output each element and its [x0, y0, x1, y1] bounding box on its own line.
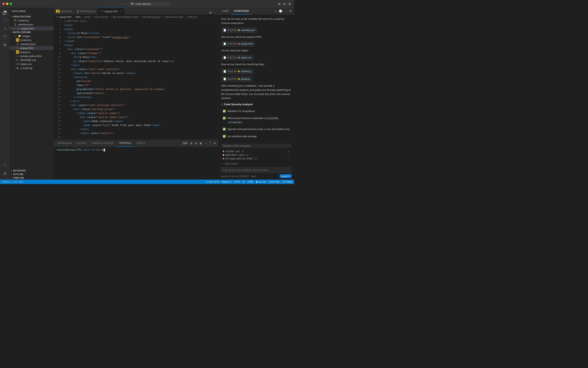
title-search[interactable]: 🔍 mute-chrome: [129, 2, 169, 6]
breadcrumb-item-body[interactable]: ◇ body: [83, 16, 90, 18]
sidebar-more-button[interactable]: ···: [48, 9, 51, 13]
add-context-row[interactable]: + + Add context: [221, 162, 292, 166]
sidebar-item-content-js-open[interactable]: JS content.js: [9, 18, 53, 22]
activity-extensions[interactable]: [1, 41, 9, 48]
sidebar-item-popup-js[interactable]: JS popup.js: [9, 50, 53, 54]
read-file-styles[interactable]: 📄 Read file styles.css: [221, 55, 253, 60]
read-file-manifest[interactable]: 📄 Read file manifest.json: [221, 28, 257, 33]
sidebar-item-content-js[interactable]: JS content.js: [9, 38, 53, 42]
line-num-3: 3: [53, 28, 61, 31]
sidebar-item-images[interactable]: ▸ 📁 images: [9, 34, 53, 38]
status-go-live[interactable]: ◉ Go Live: [256, 181, 266, 183]
tab-chat[interactable]: CHAT: [220, 8, 231, 15]
sidebar-item-manifest-open[interactable]: {} manifest.json: [9, 22, 53, 26]
breadcrumb-item-label-sw[interactable]: ◇ label.sw...: [186, 16, 199, 18]
tab-manifest-json[interactable]: {} manifest.json: [75, 8, 98, 15]
sidebar-item-popup-html[interactable]: </> popup.html: [9, 46, 53, 50]
status-ln-col[interactable]: Ln 46, Col 41: [206, 181, 219, 183]
tab-close-button[interactable]: ✕: [119, 9, 122, 13]
timeline-header[interactable]: ▸ Timeline: [9, 176, 53, 180]
outline-header[interactable]: ▸ Outline: [9, 172, 53, 176]
read-file-content-js[interactable]: 📄 Read file content.js: [221, 69, 253, 74]
terminal-maximize-button[interactable]: ⌃: [208, 141, 212, 145]
activity-debug[interactable]: [1, 33, 9, 40]
terminal-split-button[interactable]: ⊟: [194, 141, 198, 145]
read-file-popup-js[interactable]: 📄 Read file popup.js: [221, 76, 252, 82]
status-errors[interactable]: ⊘ 0: [19, 181, 23, 183]
terminal-more-button[interactable]: ···: [204, 141, 207, 145]
tab-popup-label: popup.html: [105, 10, 117, 13]
json-icon-2: {}: [16, 42, 19, 46]
warning-icon: ⚠: [13, 181, 15, 183]
tab-js-icon: JS: [56, 10, 60, 13]
terminal-trash-button[interactable]: 🗑: [199, 141, 203, 145]
status-git[interactable]: ⎇ 0 △ 0: [2, 181, 10, 183]
sidebar-item-manifest[interactable]: {} manifest.json: [9, 42, 53, 46]
breadcrumb-item-switch-label[interactable]: ◇ label.switch-label: [163, 16, 183, 18]
chat-more-button[interactable]: ···: [284, 9, 288, 13]
activity-account[interactable]: [1, 161, 9, 168]
breadcrumb-item-setting-group[interactable]: ◇ div.setting-group: [141, 16, 161, 18]
open-editors-header[interactable]: ▾ Open Editors: [9, 15, 53, 18]
submit-button[interactable]: submit ↵: [280, 174, 292, 178]
close-chat-button[interactable]: ✕: [289, 9, 292, 13]
settings-icon[interactable]: ⚙: [288, 2, 292, 6]
breadcrumb-item-popup[interactable]: </> popup.html: [56, 16, 71, 18]
tab-terminal[interactable]: Terminal: [116, 140, 134, 147]
new-terminal-button[interactable]: ⊞: [190, 141, 193, 145]
right-panel-content: First, let me look at the manifest file …: [218, 15, 294, 142]
status-prettier[interactable]: ✨ Prettier: [282, 181, 292, 183]
code-editor[interactable]: 1 2 3 4 5 6 7 8 9 10 11 12 13 14 15 16 1…: [53, 19, 218, 140]
maximize-button[interactable]: [9, 3, 12, 5]
status-encoding[interactable]: UTF-8: [234, 181, 240, 183]
read-file-popup-html[interactable]: 📄 Read file popup.html: [221, 41, 255, 46]
split-icon[interactable]: ⊟: [283, 2, 286, 6]
tab-popup-html[interactable]: </> popup.html ✕: [98, 8, 124, 15]
changed-stat-styles: 1/1: [241, 150, 244, 153]
close-button[interactable]: [2, 3, 5, 5]
sidebar-item-privacy-policy[interactable]: </> privacy-policy.html: [9, 54, 53, 58]
status-warnings[interactable]: ⚠ 0: [13, 181, 17, 183]
chat-history-button[interactable]: 🕐: [278, 9, 283, 13]
split-editor-button[interactable]: ⊟: [209, 10, 212, 15]
terminal-close-button[interactable]: ✕: [213, 141, 216, 145]
layout-icon[interactable]: ⊞: [277, 2, 281, 6]
sidebar-item-xmute-zip[interactable]: 🗜 x-mute.zip: [9, 66, 53, 70]
activity-git[interactable]: [1, 25, 9, 32]
close-icon[interactable]: ✕: [14, 28, 15, 30]
sidebar-item-styles[interactable]: CSS styles.css: [9, 62, 53, 66]
activity-files[interactable]: [1, 9, 9, 16]
breadcrumb-item-html[interactable]: ◇ html: [74, 16, 80, 18]
tab-content-js[interactable]: JS content.js: [53, 8, 75, 15]
code-line-7: <body>: [64, 43, 218, 47]
mute-chrome-header[interactable]: ▾ Mute-Chrome: [9, 30, 53, 34]
status-eol[interactable]: LF: [242, 181, 245, 183]
activity-settings-bottom[interactable]: [1, 170, 9, 177]
agent-input-field[interactable]: [223, 169, 289, 172]
tab-output[interactable]: Output: [74, 140, 89, 147]
back-button[interactable]: ‹: [121, 2, 123, 6]
chevron-down-icon: ▾: [11, 16, 12, 18]
minimize-button[interactable]: [6, 3, 9, 5]
sidebar-item-readme[interactable]: M↓ README.md: [9, 58, 53, 62]
status-language[interactable]: HTML: [247, 181, 253, 183]
add-chat-button[interactable]: +: [274, 9, 277, 13]
activity-search[interactable]: [1, 17, 9, 24]
status-spaces[interactable]: Spaces: 2: [222, 181, 232, 183]
breadcrumb-item-settings-section[interactable]: ◇ div.card.settings-section: [111, 16, 139, 18]
tab-debug-console[interactable]: Debug Console: [89, 140, 116, 147]
tab-problems[interactable]: Problems: [55, 140, 74, 147]
sidebar-item-popup-open[interactable]: ✕ </> popup.html: [9, 26, 53, 30]
chat-message-3: Let me check the styles:: [221, 49, 291, 53]
notepads-header[interactable]: ▸ Notepads: [9, 169, 53, 172]
panel-content[interactable]: deepak@SeawolfM2 mute-chrome %: [53, 147, 218, 180]
file-readme: README.md: [20, 59, 36, 62]
more-actions-button[interactable]: ···: [213, 10, 216, 15]
tab-composer[interactable]: COMPOSER: [232, 8, 251, 15]
forward-button[interactable]: ›: [125, 2, 127, 6]
breadcrumb-item-container[interactable]: ◇ div.container: [93, 16, 108, 18]
status-cursor-tab[interactable]: Cursor Tab: [269, 181, 279, 183]
tab-ports[interactable]: Ports: [134, 140, 148, 147]
code-line-26: <label class="switch-label">: [64, 111, 218, 115]
line-num-11: 11: [53, 59, 61, 63]
